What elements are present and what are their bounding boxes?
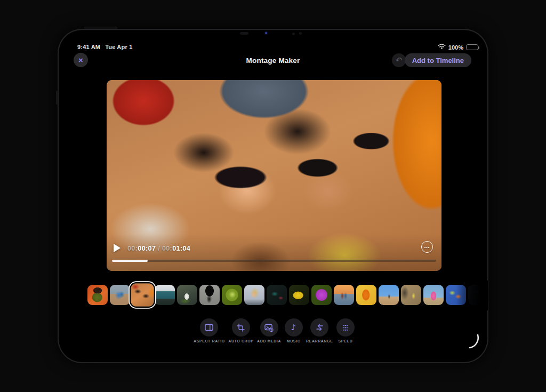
speed-button[interactable]: SPEED [336, 318, 355, 343]
aspect-ratio-label: ASPECT RATIO [194, 339, 225, 343]
front-camera-icon [265, 32, 267, 34]
add-to-timeline-button[interactable]: Add to Timeline [405, 53, 471, 67]
screenshot-stage: 9:41 AM Tue Apr 1 100% × Montage Maker ↶… [0, 0, 546, 392]
filmstrip-thumbnail[interactable] [468, 285, 488, 305]
filmstrip-thumbnail[interactable] [423, 285, 444, 305]
rearrange-button[interactable]: REARRANGE [306, 318, 333, 343]
filmstrip-thumbnail[interactable] [155, 285, 175, 305]
ellipsis-icon: ••• [424, 245, 430, 249]
video-progress-fill [112, 260, 148, 262]
filmstrip-thumbnail[interactable] [356, 285, 376, 305]
speed-icon [342, 324, 349, 331]
undo-icon: ↶ [396, 55, 403, 65]
clip-filmstrip [87, 285, 488, 305]
battery-icon [466, 44, 478, 50]
screen-reflection-arc [465, 332, 481, 353]
speed-label: SPEED [339, 339, 353, 343]
timecode-current-prefix: 00: [127, 245, 138, 252]
filmstrip-thumbnail[interactable] [401, 285, 421, 305]
timecode-duration-prefix: 00: [162, 245, 172, 252]
filmstrip-thumbnail[interactable] [334, 285, 354, 305]
filmstrip-thumbnail[interactable] [446, 285, 466, 305]
timecode: 00:00:07 / 00:01:04 [127, 245, 190, 252]
add-media-label: ADD MEDIA [257, 339, 281, 343]
video-preview[interactable] [107, 80, 441, 271]
add-media-button[interactable]: ADD MEDIA [257, 318, 281, 343]
status-time: 9:41 AM [77, 44, 100, 50]
video-more-button[interactable]: ••• [421, 241, 433, 253]
timecode-duration: 01:04 [172, 245, 190, 252]
video-progress-bar[interactable] [112, 260, 436, 262]
editing-toolbar: ASPECT RATIO AUTO CROP [194, 318, 355, 343]
music-note-icon: ♪ [291, 324, 296, 332]
filmstrip-thumbnail[interactable] [311, 285, 332, 305]
add-media-icon [264, 324, 274, 332]
filmstrip-thumbnail[interactable] [379, 285, 399, 305]
filmstrip-thumbnail[interactable] [222, 285, 242, 305]
play-button[interactable] [114, 244, 121, 252]
front-sensor-oval [240, 32, 248, 35]
aspect-ratio-icon [205, 324, 213, 331]
front-sensor-dot-2 [299, 32, 302, 35]
filmstrip-thumbnail[interactable] [244, 285, 264, 305]
status-bar-right: 100% [438, 44, 478, 51]
filmstrip-thumbnail[interactable] [177, 285, 197, 305]
filmstrip-thumbnail-selected[interactable] [131, 283, 154, 306]
video-bottom-shade [107, 234, 441, 271]
battery-percent: 100% [448, 44, 463, 51]
timecode-separator: / [156, 245, 162, 252]
timecode-current: 00:07 [138, 245, 156, 252]
aspect-ratio-button[interactable]: ASPECT RATIO [194, 318, 225, 343]
front-sensor-dot [292, 33, 295, 35]
music-label: MUSIC [287, 339, 301, 343]
filmstrip-thumbnail[interactable] [199, 285, 220, 305]
rearrange-label: REARRANGE [306, 339, 333, 343]
undo-button[interactable]: ↶ [392, 53, 406, 67]
music-button[interactable]: ♪ MUSIC [285, 318, 303, 343]
auto-crop-label: AUTO CROP [228, 339, 253, 343]
status-bar-left: 9:41 AM Tue Apr 1 [77, 44, 132, 50]
filmstrip-thumbnail[interactable] [87, 285, 108, 305]
wifi-icon [438, 44, 446, 51]
rearrange-icon [316, 324, 324, 331]
filmstrip-thumbnail[interactable] [289, 285, 309, 305]
auto-crop-icon [237, 324, 245, 332]
status-date: Tue Apr 1 [105, 44, 132, 50]
filmstrip-thumbnail[interactable] [267, 285, 287, 305]
auto-crop-button[interactable]: AUTO CROP [228, 318, 253, 343]
filmstrip-thumbnail[interactable] [110, 285, 130, 305]
